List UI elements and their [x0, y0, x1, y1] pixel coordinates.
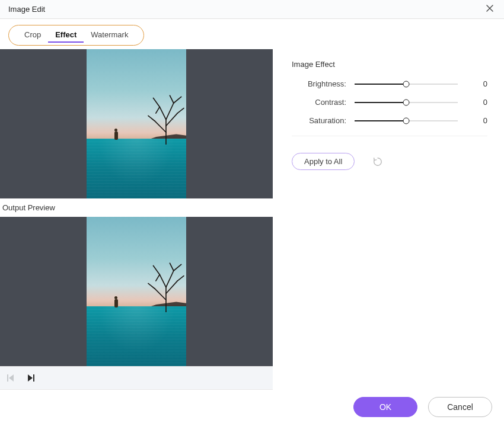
brightness-slider[interactable] — [355, 80, 458, 88]
contrast-row: Contrast: 0 — [292, 98, 487, 107]
ok-button[interactable]: OK — [353, 397, 417, 417]
tab-watermark[interactable]: Watermark — [84, 28, 135, 43]
playback-bar — [0, 366, 273, 390]
footer-buttons: OK Cancel — [353, 397, 492, 417]
titlebar: Image Edit — [0, 0, 504, 19]
output-preview-image — [87, 217, 186, 366]
tabs-container: Crop Effect Watermark — [0, 19, 504, 49]
contrast-slider[interactable] — [355, 98, 458, 107]
divider — [292, 136, 487, 136]
cancel-button[interactable]: Cancel — [428, 397, 492, 417]
contrast-value: 0 — [466, 98, 487, 107]
source-preview — [0, 49, 273, 198]
person-icon — [114, 132, 118, 140]
apply-to-all-button[interactable]: Apply to All — [292, 153, 355, 170]
person-icon — [114, 299, 118, 307]
skip-back-icon[interactable] — [6, 373, 15, 383]
effect-heading: Image Effect — [292, 60, 487, 69]
tree-icon — [144, 262, 186, 313]
brightness-row: Brightness: 0 — [292, 79, 487, 88]
brightness-label: Brightness: — [292, 79, 346, 88]
saturation-value: 0 — [466, 116, 487, 125]
output-preview — [0, 217, 273, 366]
skip-forward-icon[interactable] — [26, 373, 36, 383]
close-icon[interactable] — [484, 4, 496, 15]
saturation-label: Saturation: — [292, 116, 346, 125]
effect-panel: Image Effect Brightness: 0 Contrast: 0 S… — [292, 49, 504, 390]
brightness-value: 0 — [466, 79, 487, 88]
tab-crop[interactable]: Crop — [17, 28, 48, 43]
saturation-slider[interactable] — [355, 117, 458, 125]
window-title: Image Edit — [8, 5, 45, 14]
contrast-label: Contrast: — [292, 98, 346, 107]
reset-icon[interactable] — [372, 156, 383, 167]
left-column: Output Preview — [0, 49, 273, 390]
tab-group: Crop Effect Watermark — [8, 25, 144, 46]
output-preview-label: Output Preview — [0, 198, 273, 217]
source-preview-image — [87, 49, 186, 198]
tab-effect[interactable]: Effect — [48, 28, 84, 43]
saturation-row: Saturation: 0 — [292, 116, 487, 125]
tree-icon — [144, 94, 186, 145]
